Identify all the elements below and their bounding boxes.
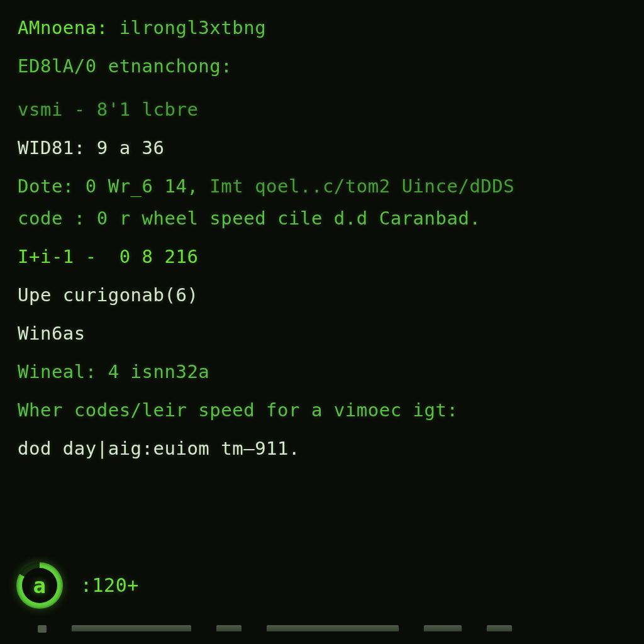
terminal-line: ED8lA/0 etnanchong: <box>18 57 626 75</box>
terminal-output: AMnoena: ilrongl3xtbngED8lA/0 etnanchong… <box>18 19 626 458</box>
badge-value: :120+ <box>80 576 139 595</box>
bottom-bar-segment <box>72 625 191 631</box>
terminal-text: I+i-1 - 0 8 216 <box>18 246 198 267</box>
terminal-line: AMnoena: ilrongl3xtbng <box>18 19 626 37</box>
terminal-line: I+i-1 - 0 8 216 <box>18 248 626 266</box>
terminal-text: vsmi - 8'1 lcbre <box>18 99 198 120</box>
terminal-line: Win6as <box>18 325 626 343</box>
terminal-text: ED8lA/0 etnanchong: <box>18 55 232 77</box>
terminal-text: ilrongl3xtbng <box>119 17 266 38</box>
bottom-bar-segment <box>267 625 399 631</box>
terminal-line: dod day|aig:euiom tm—911. <box>18 440 626 458</box>
terminal-text: Wineal: 4 isnn32a <box>18 361 209 382</box>
terminal-line: Wineal: 4 isnn32a <box>18 363 626 381</box>
terminal-text: Dote: 0 Wr_6 14, <box>18 175 198 197</box>
terminal-line: WID81: 9 a 36 <box>18 139 626 157</box>
terminal-text: Imt qoel..c/tom2 Uince/dDDS <box>198 175 514 197</box>
terminal-text: code : 0 r wheel speed cile d.d Caranbad… <box>18 208 480 229</box>
progress-ring-icon: a <box>16 562 63 609</box>
bottom-bar-segment <box>38 625 47 633</box>
terminal-line: vsmi - 8'1 lcbre <box>18 101 626 119</box>
bottom-bar-segment <box>424 625 462 631</box>
bottom-bar <box>0 625 644 644</box>
terminal-line: Wher codes/leir speed for a vimoec igt: <box>18 401 626 419</box>
terminal-text: Win6as <box>18 323 86 344</box>
terminal-line: Upe curigonab(6) <box>18 286 626 304</box>
bottom-bar-segment <box>216 625 242 631</box>
terminal-text: AMnoena: <box>18 17 119 38</box>
terminal-line: code : 0 r wheel speed cile d.d Caranbad… <box>18 209 626 228</box>
badge-glyph: a <box>33 575 47 596</box>
terminal-text: Upe curigonab(6) <box>18 284 198 306</box>
bottom-bar-segment <box>487 625 512 631</box>
terminal-text: WID81: 9 a 36 <box>18 137 164 158</box>
terminal-line: Dote: 0 Wr_6 14, Imt qoel..c/tom2 Uince/… <box>18 177 626 196</box>
terminal-text: dod day|aig:euiom tm—911. <box>18 438 300 459</box>
status-badge-row: a :120+ <box>16 562 139 609</box>
terminal-text: Wher codes/leir speed for a vimoec igt: <box>18 399 458 421</box>
